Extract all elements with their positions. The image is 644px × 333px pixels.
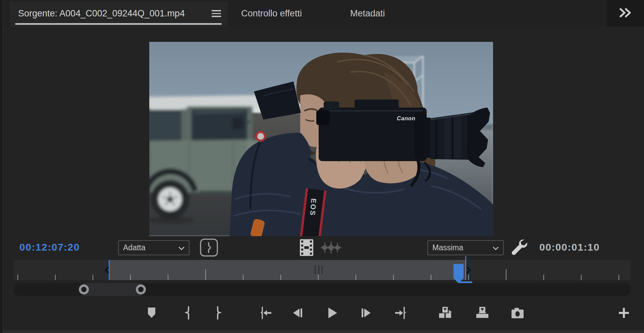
source-monitor-panel: Sorgente: A004_C002_09244Q_001.mp4 Contr… bbox=[0, 0, 644, 333]
zoom-level-value: Adatta bbox=[123, 243, 146, 252]
zoom-level-select[interactable]: Adatta bbox=[118, 240, 190, 255]
mark-in-notch-icon bbox=[104, 267, 110, 273]
overwrite-button[interactable] bbox=[473, 304, 492, 322]
tab-effect-controls-label: Controllo effetti bbox=[241, 8, 302, 19]
tab-source[interactable]: Sorgente: A004_C002_09244Q_001.mp4 bbox=[18, 0, 185, 27]
double-chevron-right-icon[interactable] bbox=[619, 7, 632, 19]
insert-button[interactable] bbox=[436, 304, 455, 322]
zoom-scrollbar-handle-right[interactable] bbox=[136, 284, 146, 294]
play-button[interactable] bbox=[323, 304, 341, 322]
in-out-range-bar[interactable] bbox=[109, 260, 466, 280]
panel-left-gutter bbox=[0, 0, 3, 333]
step-back-button[interactable] bbox=[288, 304, 307, 322]
video-frame: EOS bbox=[149, 42, 493, 236]
transport-bar bbox=[0, 297, 644, 330]
chevron-down-icon bbox=[178, 243, 184, 252]
mark-in-button[interactable] bbox=[178, 304, 197, 322]
active-tab-underline bbox=[15, 23, 222, 25]
zoom-scrollbar-handle-left[interactable] bbox=[79, 284, 89, 294]
curly-brace-button[interactable] bbox=[199, 238, 219, 257]
in-out-duration-timecode: 00:00:01:10 bbox=[539, 239, 600, 256]
add-marker-button[interactable] bbox=[142, 304, 161, 322]
tab-source-label: Sorgente: A004_C002_09244Q_001.mp4 bbox=[18, 8, 185, 19]
button-editor-button[interactable] bbox=[614, 304, 633, 322]
tab-effect-controls[interactable]: Controllo effetti bbox=[241, 0, 302, 27]
tab-overflow-area bbox=[607, 0, 644, 27]
time-ruler[interactable] bbox=[0, 259, 644, 281]
current-timecode[interactable]: 00:12:07:20 bbox=[19, 239, 80, 256]
tab-metadata-label: Metadati bbox=[350, 8, 385, 19]
range-drag-grip[interactable] bbox=[315, 265, 323, 274]
tab-bar: Sorgente: A004_C002_09244Q_001.mp4 Contr… bbox=[3, 0, 644, 27]
tab-metadata[interactable]: Metadati bbox=[350, 0, 385, 27]
go-to-out-button[interactable] bbox=[392, 304, 411, 322]
video-frame-art: EOS bbox=[149, 42, 493, 236]
mark-out-button[interactable] bbox=[210, 304, 228, 322]
panel-bottom-strip bbox=[3, 330, 644, 333]
drag-audio-only-button[interactable] bbox=[321, 241, 341, 255]
drag-video-only-button[interactable] bbox=[300, 239, 314, 256]
mark-out-notch-icon bbox=[466, 267, 471, 273]
step-forward-button[interactable] bbox=[357, 304, 375, 322]
export-frame-button[interactable] bbox=[508, 304, 527, 322]
go-to-in-button[interactable] bbox=[256, 304, 275, 322]
playhead[interactable] bbox=[453, 264, 464, 283]
chevron-down-icon bbox=[493, 243, 499, 252]
panel-menu-icon[interactable] bbox=[212, 10, 221, 17]
playback-resolution-value: Massima bbox=[432, 243, 463, 252]
zoom-scrollbar-thumb[interactable] bbox=[82, 283, 143, 296]
playback-resolution-select[interactable]: Massima bbox=[427, 240, 504, 255]
settings-wrench-icon[interactable] bbox=[511, 238, 530, 257]
